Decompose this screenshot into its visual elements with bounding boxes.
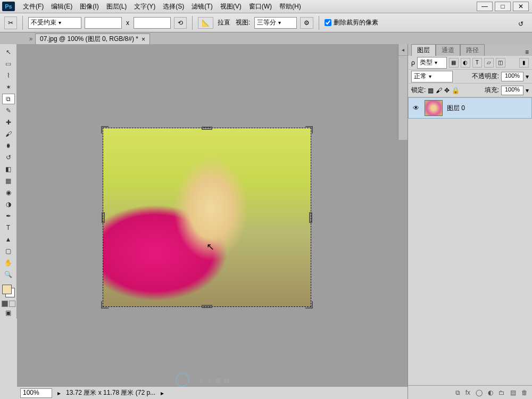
doc-info-icon[interactable]: ▸ [57,389,61,397]
filter-type-icon[interactable]: T [472,58,482,68]
panel-menu-icon[interactable]: ≡ [522,48,532,56]
dodge-tool[interactable]: ◑ [2,199,15,210]
lock-all-icon[interactable]: 🔒 [452,87,460,94]
hand-tool[interactable]: ✋ [2,257,15,268]
shape-tool[interactable]: ▢ [2,246,15,256]
zoom-tool[interactable]: 🔍 [2,269,15,280]
crop-handle-bl[interactable] [101,301,109,309]
delete-cropped-checkbox[interactable]: 删除裁剪的像素 [325,18,378,27]
lock-label: 锁定: [411,86,426,95]
lock-transparency-icon[interactable]: ▦ [428,87,434,94]
tab-layers[interactable]: 图层 [411,44,436,56]
crop-height-input[interactable] [134,17,171,29]
canvas-area[interactable]: ↖ [17,44,408,386]
menu-image[interactable]: 图像(I) [76,0,102,13]
menu-help[interactable]: 帮助(H) [276,0,305,13]
menu-filter[interactable]: 滤镜(T) [188,0,216,13]
crop-ratio-preset[interactable]: 不受约束 ▾ [28,17,81,29]
crop-handle-br[interactable] [305,301,313,309]
eyedropper-tool[interactable]: ✎ [2,105,15,116]
tab-paths[interactable]: 路径 [460,44,485,56]
move-tool[interactable]: ↖ [2,47,15,57]
pen-tool[interactable]: ✒ [2,211,15,221]
opacity-input[interactable]: 100% [501,72,523,81]
menu-select[interactable]: 选择(S) [159,0,188,13]
lock-position-icon[interactable]: ✥ [444,87,450,94]
mask-icon[interactable]: ◯ [476,389,483,396]
blur-tool[interactable]: ◉ [2,187,15,198]
foreground-swatch[interactable] [2,285,12,294]
chevron-right-icon[interactable]: ▸ [161,389,164,397]
crop-handle-t[interactable] [202,127,212,130]
visibility-icon[interactable]: 👁 [412,104,420,112]
layer-filter-dropdown[interactable]: 类型 ▾ [417,57,447,69]
chevron-down-icon[interactable]: ▾ [526,73,529,80]
collapsed-tab-icon[interactable]: ◂ [398,44,408,56]
crop-options-button[interactable]: ⚙ [300,17,313,29]
layer-list[interactable]: 👁 图层 0 [408,97,532,385]
collapsed-panel-dock[interactable]: ◂ [398,44,408,140]
tab-channels[interactable]: 通道 [436,44,460,56]
crop-view-preset[interactable]: 三等分 ▾ [254,17,297,29]
filter-toggle-icon[interactable]: ▮ [519,58,529,68]
magic-wand-tool[interactable]: ✶ [2,82,15,93]
crop-handle-l[interactable] [102,212,105,223]
document-image[interactable] [103,128,311,306]
tab-expander-icon[interactable]: » [27,34,35,44]
filter-smart-icon[interactable]: ◫ [496,58,505,68]
crop-tool[interactable]: ⧉ [2,94,15,104]
new-layer-icon[interactable]: ▤ [510,389,516,396]
layer-item[interactable]: 👁 图层 0 [408,97,532,119]
marquee-tool[interactable]: ▭ [2,59,15,69]
zoom-input[interactable]: 100% [20,388,52,398]
document-tab-close-icon[interactable]: × [142,36,145,43]
filter-pixel-icon[interactable]: ▦ [449,58,459,68]
layer-name[interactable]: 图层 0 [447,104,465,113]
color-swatches[interactable] [1,284,16,298]
menu-window[interactable]: 窗口(W) [245,0,276,13]
filter-adjust-icon[interactable]: ◐ [461,58,470,68]
lock-pixels-icon[interactable]: 🖌 [436,87,442,94]
close-button[interactable]: ✕ [513,2,529,11]
path-select-tool[interactable]: ▲ [2,234,15,245]
screen-mode-button[interactable]: ▣ [2,307,15,318]
lasso-tool[interactable]: ⌇ [2,70,15,81]
maximize-button[interactable]: □ [495,2,511,11]
crop-tool-icon[interactable]: ✂ [4,16,17,29]
menu-file[interactable]: 文件(F) [19,0,47,13]
blend-mode-dropdown[interactable]: 正常 ▾ [411,71,453,82]
stamp-tool[interactable]: ⧯ [2,140,15,151]
link-layers-icon[interactable]: ⧉ [455,389,460,396]
adjustment-icon[interactable]: ◐ [488,389,493,396]
fx-icon[interactable]: fx [466,389,470,396]
history-brush-tool[interactable]: ↺ [2,152,15,163]
healing-tool[interactable]: ✚ [2,117,15,128]
layer-thumbnail[interactable] [425,100,443,116]
crop-handle-tl[interactable] [101,126,109,134]
doc-size-label[interactable]: 13.72 厘米 x 11.78 厘米 (72 p... [66,388,155,397]
reset-icon[interactable]: ↺ [515,18,527,30]
crop-width-input[interactable] [85,17,122,29]
menu-view[interactable]: 视图(V) [217,0,245,13]
menu-edit[interactable]: 编辑(E) [47,0,76,13]
straighten-icon[interactable]: 📐 [198,17,213,29]
menu-layer[interactable]: 图层(L) [103,0,131,13]
crop-handle-r[interactable] [309,212,312,223]
quickmask-toggle[interactable] [2,301,15,307]
crop-handle-tr[interactable] [305,126,313,134]
chevron-down-icon[interactable]: ▾ [526,87,529,94]
swap-dimensions-button[interactable]: ⟲ [174,17,187,29]
delete-layer-icon[interactable]: 🗑 [521,389,528,396]
group-icon[interactable]: 🗀 [498,389,505,396]
brush-tool[interactable]: 🖌 [2,129,15,139]
minimize-button[interactable]: — [477,2,493,11]
filter-shape-icon[interactable]: ▱ [484,58,494,68]
delete-cropped-input[interactable] [325,19,331,26]
document-tab[interactable]: 07.jpg @ 100% (图层 0, RGB/8#) * × [35,34,150,44]
menu-type[interactable]: 文字(Y) [130,0,159,13]
crop-handle-b[interactable] [202,305,212,308]
gradient-tool[interactable]: ▦ [2,176,15,186]
type-tool[interactable]: T [2,222,15,233]
fill-input[interactable]: 100% [501,86,523,95]
eraser-tool[interactable]: ◧ [2,164,15,174]
